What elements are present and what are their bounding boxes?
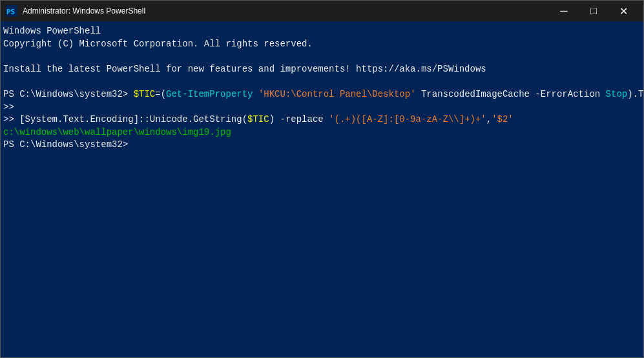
line-7: >> [3, 101, 641, 114]
powershell-icon: PS [6, 5, 17, 17]
line-6: PS C:\Windows\system32> $TIC=(Get-ItemPr… [3, 88, 641, 101]
powershell-window: PS Administrator: Windows PowerShell ─ □… [0, 0, 644, 358]
line-10: PS C:\Windows\system32> [3, 139, 641, 152]
line-9: c:\windows\web\wallpaper\windows\img19.j… [3, 126, 641, 139]
line-2: Copyright (C) Microsoft Corporation. All… [3, 38, 641, 51]
line-8: >> [System.Text.Encoding]::Unicode.GetSt… [3, 114, 641, 126]
close-button[interactable]: ✕ [608, 1, 638, 21]
line-3 [3, 50, 641, 63]
svg-text:PS: PS [6, 8, 15, 16]
window-controls: ─ □ ✕ [549, 1, 638, 21]
window-title: Administrator: Windows PowerShell [23, 6, 549, 15]
line-5 [3, 75, 641, 88]
console-output[interactable]: Windows PowerShell Copyright (C) Microso… [1, 21, 643, 357]
line-4: Install the latest PowerShell for new fe… [3, 63, 641, 76]
minimize-button[interactable]: ─ [549, 1, 579, 21]
line-1: Windows PowerShell [3, 25, 641, 38]
title-bar: PS Administrator: Windows PowerShell ─ □… [1, 1, 643, 21]
maximize-button[interactable]: □ [579, 1, 608, 21]
